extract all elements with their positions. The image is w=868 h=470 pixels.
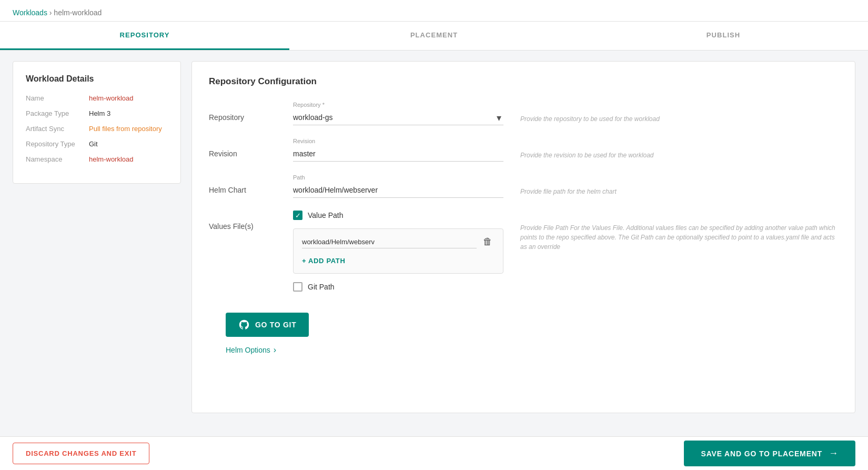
detail-label-package-type: Package Type: [26, 109, 89, 117]
repo-config-panel: Repository Configuration Repository Repo…: [191, 61, 855, 413]
detail-label-namespace: Namespace: [26, 155, 89, 163]
go-to-git-button[interactable]: GO TO GIT: [226, 313, 309, 337]
detail-label-repo-type: Repository Type: [26, 140, 89, 148]
value-path-label: Value Path: [308, 211, 343, 219]
value-path-checkbox-row: ✓ Value Path: [293, 211, 503, 220]
values-files-field: ✓ Value Path 🗑 + ADD PATH: [293, 211, 503, 300]
value-path-checkbox[interactable]: ✓: [293, 211, 302, 220]
detail-row-artifact-sync: Artifact Sync Pull files from repository: [26, 125, 168, 133]
helm-options-label: Helm Options: [226, 346, 270, 354]
repository-select-wrapper: workload-gs ▾: [293, 110, 503, 125]
add-path-button[interactable]: + ADD PATH: [302, 255, 345, 267]
workload-details-title: Workload Details: [26, 74, 168, 84]
tab-placement[interactable]: PLACEMENT: [289, 22, 579, 50]
breadcrumb-current: helm-workload: [54, 8, 102, 17]
bottom-actions: GO TO GIT Helm Options ›: [209, 313, 838, 367]
repo-config-title: Repository Configuration: [209, 76, 838, 87]
helm-chart-input[interactable]: [293, 183, 503, 198]
trash-icon: 🗑: [483, 236, 492, 247]
save-button[interactable]: SAVE AND GO TO PLACEMENT →: [684, 441, 855, 466]
tab-repository[interactable]: REPOSITORY: [0, 22, 289, 50]
helm-options-chevron-icon: ›: [274, 345, 276, 355]
tabs-bar: REPOSITORY PLACEMENT PUBLISH: [0, 22, 868, 51]
detail-row-name: Name helm-workload: [26, 94, 168, 102]
workload-details-panel: Workload Details Name helm-workload Pack…: [13, 61, 181, 184]
helm-chart-label: Helm Chart: [209, 174, 293, 194]
git-path-checkbox-row: Git Path: [293, 282, 503, 292]
repository-field-label: Repository *: [293, 102, 503, 108]
footer: DISCARD CHANGES AND EXIT SAVE AND GO TO …: [0, 436, 868, 470]
breadcrumb: Workloads › helm-workload: [0, 0, 868, 22]
detail-row-package-type: Package Type Helm 3: [26, 109, 168, 117]
delete-path-button[interactable]: 🗑: [481, 235, 494, 248]
discard-button[interactable]: DISCARD CHANGES AND EXIT: [13, 443, 149, 464]
main-content: Workload Details Name helm-workload Pack…: [0, 51, 868, 424]
detail-value-namespace: helm-workload: [89, 155, 134, 163]
helm-options-link[interactable]: Helm Options ›: [226, 345, 821, 355]
repository-field: Repository * workload-gs ▾: [293, 102, 503, 125]
helm-chart-field-label: Path: [293, 174, 503, 181]
values-files-label: Values File(s): [209, 211, 293, 231]
detail-value-repo-type: Git: [89, 140, 98, 148]
revision-label: Revision: [209, 138, 293, 158]
repository-select[interactable]: workload-gs: [293, 110, 503, 125]
go-to-git-label: GO TO GIT: [255, 321, 296, 329]
values-files-hint: Provide File Path For the Values File. A…: [520, 211, 838, 252]
git-path-checkbox[interactable]: [293, 282, 302, 292]
revision-row: Revision Revision Provide the revision t…: [209, 138, 838, 162]
detail-label-artifact-sync: Artifact Sync: [26, 125, 89, 133]
detail-value-package-type: Helm 3: [89, 109, 110, 117]
helm-chart-field: Path: [293, 174, 503, 198]
arrow-right-icon: →: [829, 448, 839, 459]
detail-label-name: Name: [26, 94, 89, 102]
repository-hint: Provide the repository to be used for th…: [520, 102, 838, 124]
checkmark-icon: ✓: [295, 212, 301, 219]
repository-label: Repository: [209, 102, 293, 122]
revision-field: Revision: [293, 138, 503, 162]
repository-row: Repository Repository * workload-gs ▾ Pr…: [209, 102, 838, 125]
helm-chart-hint: Provide file path for the helm chart: [520, 174, 838, 196]
tab-publish[interactable]: PUBLISH: [579, 22, 868, 50]
value-path-row: 🗑: [302, 235, 494, 248]
breadcrumb-workloads-link[interactable]: Workloads: [13, 8, 47, 17]
revision-field-label: Revision: [293, 138, 503, 144]
revision-hint: Provide the revision to be used for the …: [520, 138, 838, 160]
value-path-box: 🗑 + ADD PATH: [293, 228, 503, 274]
detail-value-artifact-sync: Pull files from repository: [89, 125, 162, 133]
detail-row-repo-type: Repository Type Git: [26, 140, 168, 148]
helm-chart-row: Helm Chart Path Provide file path for th…: [209, 174, 838, 198]
revision-input[interactable]: [293, 146, 503, 162]
value-path-input[interactable]: [302, 236, 477, 248]
github-icon: [238, 319, 250, 331]
values-files-row: Values File(s) ✓ Value Path 🗑: [209, 211, 838, 300]
detail-row-namespace: Namespace helm-workload: [26, 155, 168, 163]
git-path-label: Git Path: [308, 283, 335, 291]
save-label: SAVE AND GO TO PLACEMENT: [701, 449, 822, 458]
detail-value-name: helm-workload: [89, 94, 134, 102]
